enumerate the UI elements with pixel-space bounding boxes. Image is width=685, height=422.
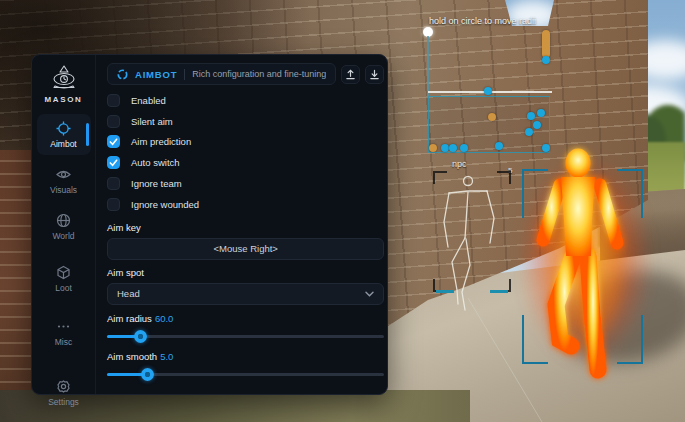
panel-header: AIMBOT Rich configuration and fine-tunin…	[107, 63, 336, 85]
aimbot-panel: AIMBOT Rich configuration and fine-tunin…	[96, 55, 395, 394]
sidebar-item-visuals[interactable]: Visuals	[37, 160, 91, 201]
aim-radius-label: Aim radius60.0	[107, 313, 384, 324]
checkbox-auto-switch[interactable]: Auto switch	[107, 152, 384, 173]
export-config-button[interactable]	[341, 65, 360, 84]
slider-handle[interactable]	[141, 368, 154, 381]
aim-key-button[interactable]: <Mouse Right>	[107, 238, 384, 260]
checkbox-box[interactable]	[107, 135, 120, 148]
check-icon	[109, 158, 118, 167]
check-icon	[109, 137, 118, 146]
screenshot-root: hold on circle to move radii npc 5	[0, 0, 685, 422]
sidebar-item-label: Misc	[55, 337, 72, 347]
import-config-button[interactable]	[365, 65, 384, 84]
sidebar-item-label: Loot	[55, 283, 72, 293]
download-icon	[369, 69, 380, 80]
aim-key-label: Aim key	[107, 222, 384, 233]
brand: MASON	[45, 65, 83, 104]
aim-radius-value: 60.0	[155, 313, 174, 324]
toggle-list: Enabled Silent aim Aim prediction Auto s…	[107, 90, 384, 215]
divider	[184, 69, 185, 80]
checkbox-box[interactable]	[107, 115, 120, 128]
aim-spot-select[interactable]: Head	[107, 283, 384, 305]
sidebar-item-label: Aimbot	[50, 139, 76, 149]
sidebar-item-label: Settings	[48, 397, 79, 407]
aim-smooth-label: Aim smooth5.0	[107, 351, 384, 362]
aim-spot-value: Head	[117, 288, 140, 299]
radii-orange-marker[interactable]	[542, 30, 550, 58]
slider-handle[interactable]	[134, 330, 147, 343]
panel-subtitle: Rich configuration and fine-tuning	[192, 69, 326, 79]
sidebar: MASON Aimbot Visuals World	[32, 55, 96, 394]
panel-title: AIMBOT	[135, 69, 177, 80]
checkbox-enabled[interactable]: Enabled	[107, 90, 384, 111]
checkbox-label: Aim prediction	[131, 136, 191, 147]
checkbox-label: Ignore wounded	[131, 199, 199, 210]
checkbox-label: Auto switch	[131, 157, 180, 168]
eye-icon	[56, 167, 71, 182]
gear-icon	[56, 379, 71, 394]
slider-track[interactable]	[107, 335, 384, 338]
mason-eye-logo	[47, 65, 81, 92]
aim-smooth-value: 5.0	[160, 351, 173, 362]
checkbox-aim-prediction[interactable]: Aim prediction	[107, 132, 384, 153]
chevron-down-icon	[365, 291, 374, 297]
brand-name: MASON	[45, 95, 83, 104]
cheat-menu-window: MASON Aimbot Visuals World	[31, 54, 388, 395]
checkbox-box[interactable]	[107, 94, 120, 107]
crosshair-icon	[56, 121, 71, 136]
ellipsis-icon	[56, 319, 71, 334]
radii-vertical-line	[427, 36, 429, 96]
checkbox-silent-aim[interactable]: Silent aim	[107, 111, 384, 132]
sidebar-item-aimbot[interactable]: Aimbot	[37, 114, 91, 155]
spinner-icon	[117, 69, 128, 80]
checkbox-box[interactable]	[107, 198, 120, 211]
checkbox-ignore-wounded[interactable]: Ignore wounded	[107, 194, 384, 215]
checkbox-box[interactable]	[107, 156, 120, 169]
checkbox-label: Enabled	[131, 95, 166, 106]
aim-radius-slider[interactable]	[107, 330, 384, 343]
globe-icon	[56, 213, 71, 228]
chart-top-line	[428, 91, 552, 93]
active-indicator	[86, 123, 89, 146]
aim-spot-label: Aim spot	[107, 267, 384, 278]
checkbox-box[interactable]	[107, 177, 120, 190]
sidebar-item-loot[interactable]: Loot	[37, 258, 91, 299]
checkbox-ignore-team[interactable]: Ignore team	[107, 173, 384, 194]
radii-hint-text: hold on circle to move radii	[429, 16, 536, 26]
checkbox-label: Silent aim	[131, 116, 173, 127]
player-esp-bracket	[522, 169, 643, 364]
checkbox-label: Ignore team	[131, 178, 182, 189]
sidebar-item-label: Visuals	[50, 185, 77, 195]
aim-smooth-slider[interactable]	[107, 368, 384, 381]
cube-icon	[56, 265, 71, 280]
sidebar-item-misc[interactable]: Misc	[37, 312, 91, 353]
sidebar-item-settings[interactable]: Settings	[37, 372, 91, 413]
sidebar-item-label: World	[52, 231, 74, 241]
upload-icon	[345, 69, 356, 80]
sidebar-item-world[interactable]: World	[37, 206, 91, 247]
